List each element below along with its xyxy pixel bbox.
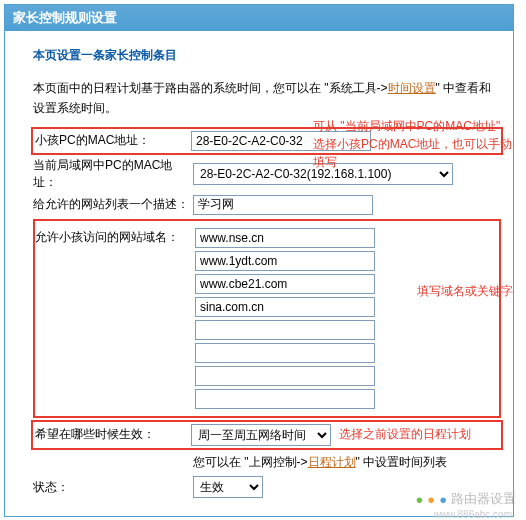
label-allowed-domains: 允许小孩访问的网站域名： — [35, 229, 195, 246]
schedule-link[interactable]: 日程计划 — [308, 455, 356, 469]
label-child-mac: 小孩PC的MAC地址： — [35, 132, 191, 149]
row-domain-7 — [35, 389, 499, 409]
note-domains: 填写域名或关键字 — [417, 283, 513, 300]
status-select[interactable]: 生效 — [193, 476, 263, 498]
row-domain-6 — [35, 366, 499, 386]
label-list-desc: 给允许的网站列表一个描述： — [33, 196, 193, 213]
row-domain-5 — [35, 343, 499, 363]
row-list-desc: 给允许的网站列表一个描述： — [33, 195, 501, 215]
note-schedule-inline: 选择之前设置的日程计划 — [339, 426, 471, 443]
dialog-title: 家长控制规则设置 — [5, 5, 513, 31]
helper-suffix: " 中设置时间列表 — [356, 455, 448, 469]
logo-dot-b: ● — [439, 492, 447, 507]
label-effective: 希望在哪些时候生效： — [35, 426, 191, 443]
row-domain-4 — [35, 320, 499, 340]
domain-input-0[interactable] — [195, 228, 375, 248]
domain-input-7[interactable] — [195, 389, 375, 409]
note-top-line1: 可从 "当前局域网中PC的MAC地址" — [313, 117, 513, 135]
domain-input-1[interactable] — [195, 251, 375, 271]
domain-input-2[interactable] — [195, 274, 375, 294]
domain-input-4[interactable] — [195, 320, 375, 340]
domain-input-3[interactable] — [195, 297, 375, 317]
note-top-line2: 选择小孩PC的MAC地址，也可以手动 — [313, 135, 513, 153]
dialog: 家长控制规则设置 本页设置一条家长控制条目 本页面中的日程计划基于路由器的系统时… — [4, 4, 514, 517]
time-settings-link[interactable]: 时间设置 — [388, 81, 436, 95]
desc-prefix: 本页面中的日程计划基于路由器的系统时间，您可以在 "系统工具-> — [33, 81, 388, 95]
row-effective: 希望在哪些时候生效： 周一至周五网络时间 选择之前设置的日程计划 — [33, 422, 501, 448]
row-domain-1 — [35, 251, 499, 271]
note-top: 可从 "当前局域网中PC的MAC地址" 选择小孩PC的MAC地址，也可以手动 填… — [313, 117, 513, 171]
domain-input-5[interactable] — [195, 343, 375, 363]
row-domain-0: 允许小孩访问的网站域名： — [35, 228, 499, 248]
note-top-line3: 填写 — [313, 153, 513, 171]
logo-dot-o: ● — [427, 492, 435, 507]
logo-dot-g: ● — [415, 492, 423, 507]
description: 本页面中的日程计划基于路由器的系统时间，您可以在 "系统工具->时间设置" 中查… — [33, 78, 501, 119]
page-subtitle: 本页设置一条家长控制条目 — [33, 47, 501, 64]
watermark-url: www.886abc.com — [434, 509, 512, 520]
domain-input-6[interactable] — [195, 366, 375, 386]
label-lan-mac: 当前局域网中PC的MAC地址： — [33, 157, 193, 191]
helper-text: 您可以在 "上网控制->日程计划" 中设置时间列表 — [193, 452, 501, 472]
dialog-content: 本页设置一条家长控制条目 本页面中的日程计划基于路由器的系统时间，您可以在 "系… — [5, 31, 513, 516]
label-status: 状态： — [33, 479, 193, 496]
watermark: ● ● ● 路由器设置 — [415, 490, 516, 508]
domains-box: 允许小孩访问的网站域名： — [33, 219, 501, 418]
watermark-text: 路由器设置 — [451, 490, 516, 508]
effective-select[interactable]: 周一至周五网络时间 — [191, 424, 331, 446]
list-desc-input[interactable] — [193, 195, 373, 215]
helper-prefix: 您可以在 "上网控制-> — [193, 455, 308, 469]
